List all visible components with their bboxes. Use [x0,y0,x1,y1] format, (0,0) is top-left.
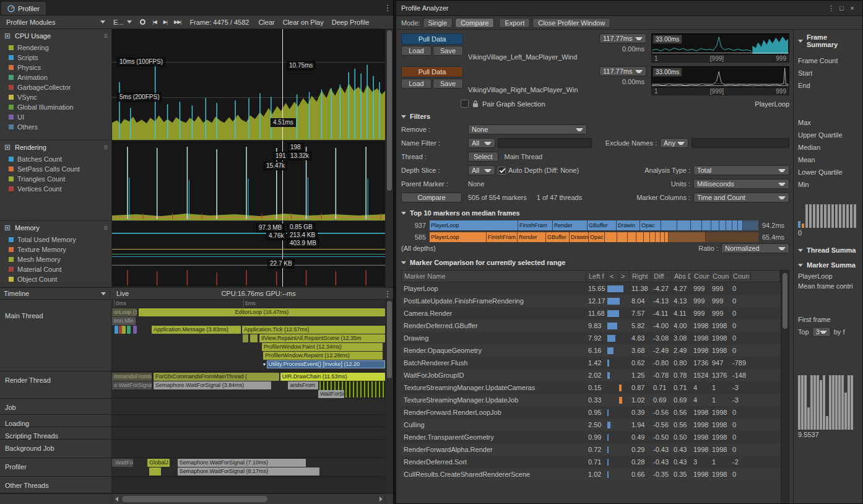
timeline-span[interactable]: GlobalJ [147,459,169,467]
drag-handle-icon[interactable]: ≡ [103,143,108,152]
drag-handle-icon[interactable]: ≡ [103,224,108,232]
top10-bar-segment[interactable]: FinishFram [518,220,553,230]
thread-label[interactable]: Other Threads [0,477,112,493]
clear-on-play-button[interactable]: Clear on Play [279,18,327,27]
load-right-button[interactable]: Load [401,79,432,89]
thread-track[interactable]: mmandsFromMa ForGfxCommandsFromMainThrea… [112,371,385,398]
scrollbar-thumb[interactable] [387,301,392,378]
top10-bar-segment[interactable] [636,232,644,242]
top10-bar-segment[interactable] [719,220,726,230]
current-frame-button[interactable]: ▶▶| [171,18,184,26]
top10-bar-segment[interactable]: GBuffer [546,232,570,242]
top10-bar-segment[interactable]: FinishFram [487,232,518,242]
clear-button[interactable]: Clear [254,18,278,27]
timeline-span[interactable] [250,334,258,342]
exclude-names-input[interactable] [692,138,789,148]
top10-bar-segment[interactable] [644,232,650,242]
next-frame-button[interactable]: ▶| [160,18,170,26]
top10-bar-segment[interactable] [669,232,706,242]
ratio-dropdown[interactable]: Normalized [721,243,789,253]
dataset-left-graph[interactable]: 33.00ms [651,33,789,54]
marker-row[interactable]: WaitForJobGroupID 2.02 1.25 -0.78 0.78 1… [401,369,781,381]
units-dropdown[interactable]: Milliseconds [693,179,789,189]
timeline-span[interactable]: Application.Message (3.83ms) [152,326,241,334]
thread-summary-foldout[interactable]: Thread Summa [798,246,858,254]
timeline-view-dropdown[interactable]: Timeline [0,290,110,298]
dataset-right-range-slider[interactable]: 1 [999] 999 [651,87,789,95]
legend-item[interactable]: Others [0,122,111,132]
column-left-frame[interactable]: Left f [586,271,607,282]
close-profiler-window-button[interactable]: Close Profiler Window [532,18,610,28]
top10-bar-segment[interactable]: PlayerLoop [430,232,487,242]
legend-item[interactable]: Triangles Count [0,174,111,184]
window-menu-icon[interactable]: ⋮ [826,4,836,12]
legend-item[interactable]: Object Count [0,274,111,284]
thread-label[interactable]: Render Thread [0,371,112,398]
dataset-left-scale[interactable]: 33.00ms [653,35,682,44]
marker-row[interactable]: RenderDeferred.Sort 0.71 0.28 -0.43 0.43… [401,456,781,468]
marker-comparison-foldout[interactable]: Marker Comparison for currently selected… [401,259,789,266]
timeline-span[interactable]: Application.Tick (12.57ms) [242,326,385,334]
timeline-span[interactable]: orLoop (1.6 [112,308,137,316]
pull-data-right-button[interactable]: Pull Data [401,66,463,77]
timeline-span[interactable] [133,326,137,334]
scroll-left-button[interactable] [112,494,121,504]
pull-data-left-button[interactable]: Pull Data [401,33,463,45]
marker-row[interactable]: RenderForwardAlpha.Render 0.72 0.29 -0.4… [401,443,781,456]
top10-bar-segment[interactable] [702,220,711,230]
top10-bar-segment[interactable] [661,220,677,230]
name-filter-mode-dropdown[interactable]: All [468,138,495,148]
marker-row[interactable]: Drawing 7.92 4.83 -3.08 3.08 1998 1998 0 [401,332,781,344]
thread-label[interactable]: Background Job [0,440,112,458]
timeline-span[interactable]: IlView.RepaintAll.RepaintScene (12.35m [259,334,385,342]
cpu-usage-chart[interactable]: 10ms (100FPS) 5ms (200FPS) 10.75ms 4.51m… [112,29,385,141]
thread-select-button[interactable]: Select [468,152,498,162]
timeline-span[interactable] [243,334,249,342]
top10-bar-segment[interactable] [738,220,743,230]
top10-bar-segment[interactable]: Drawin [570,232,589,242]
marker-row[interactable]: Render.OpaqueGeometry 6.16 3.68 -2.49 2.… [401,344,781,357]
column-count-diff[interactable]: Coun [731,271,751,282]
scrollbar-thumb[interactable] [387,30,392,191]
module-header[interactable]: Rendering ≡ [0,141,111,154]
dataset-right-graph[interactable]: 33.00ms [651,66,789,87]
dataset-right-scale[interactable]: 33.00ms [653,67,682,77]
live-toggle[interactable]: Live [110,290,135,297]
column-diff[interactable]: Diff [651,271,672,282]
top10-bar-segment[interactable]: Opac [589,232,605,242]
timeline-span[interactable]: Semaphore.WaitForSignal (7.10ms) [178,459,306,467]
save-right-button[interactable]: Save [433,79,463,89]
marker-summary-foldout[interactable]: Marker Summa [798,261,858,269]
thread-track[interactable]: orLoop (1.6 EditorLoop (16.47ms) tion. [112,307,385,371]
save-left-button[interactable]: Save [433,46,463,56]
marker-row[interactable]: TextureStreamingManager.UpdateJob 0.33 1… [401,394,781,406]
marker-row[interactable]: Culling 2.50 1.94 -0.56 0.56 1998 1998 0 [401,419,781,431]
marker-row[interactable]: Render.TransparentGeometry 0.99 0.49 -0.… [401,431,781,443]
legend-item[interactable]: Material Count [0,264,111,274]
pair-graph-checkbox[interactable] [461,100,469,108]
deep-profile-button[interactable]: Deep Profile [328,18,373,27]
scrollbar-thumb[interactable] [783,273,787,329]
dataset-left-max-dropdown[interactable]: 117.77ms [599,33,646,43]
thread-track[interactable] [112,427,385,439]
close-icon[interactable]: × [847,4,857,12]
maximize-icon[interactable]: □ [836,4,847,12]
top10-bar-segment[interactable] [732,220,738,230]
legend-item[interactable]: Total Used Memory [0,235,111,245]
play-target-dropdown[interactable]: E... [110,17,136,27]
top10-bar-segment[interactable] [656,232,661,242]
mode-single-button[interactable]: Single [423,18,453,28]
timeline-span[interactable] [127,326,131,334]
legend-item[interactable]: GarbageCollector [0,82,111,92]
exclude-mode-dropdown[interactable]: Any [660,138,688,148]
record-button[interactable] [136,18,149,27]
marker-row[interactable]: CullResults.CreateSharedRendererScene 1.… [401,468,781,480]
legend-item[interactable]: Rendering [0,43,111,53]
timeline-vertical-scrollbar[interactable] [385,300,393,493]
table-vertical-scrollbar[interactable] [781,270,789,503]
filters-foldout[interactable]: Filters [401,113,789,120]
timeline-span[interactable]: .WaitForSign [112,459,133,467]
top10-bar-segment[interactable] [628,232,636,242]
timeline-span[interactable] [149,467,162,476]
timeline-span[interactable]: Semaphore.WaitForSignal (8.17ms) [178,467,319,476]
